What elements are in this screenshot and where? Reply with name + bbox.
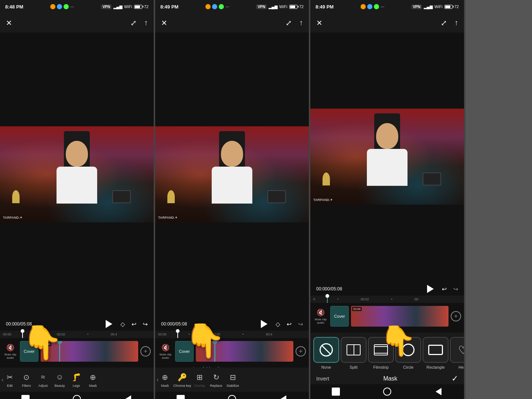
- tool-replace[interactable]: ↻ Replace: [208, 372, 225, 388]
- person-silhouette-3: TARPAND.✦: [310, 109, 464, 205]
- mask-circle-button[interactable]: [395, 337, 421, 363]
- flash-icon-2[interactable]: ◇: [276, 321, 280, 328]
- tool-items-1: ✂ Edit ⊙ Filters ≈ Adjust ☺ Beauty 🦵: [0, 368, 103, 392]
- play-button-3[interactable]: [427, 285, 435, 293]
- tool-stabilize[interactable]: ⊟ Stabilize: [225, 372, 241, 388]
- clip-thumb-2: [196, 341, 293, 362]
- nav-home-3[interactable]: [381, 386, 393, 398]
- add-clip-button-3[interactable]: +: [451, 311, 461, 321]
- tool-overlay[interactable]: ⊞ Overlay: [191, 372, 208, 388]
- mute-button-3[interactable]: 🔇 Mute clipaudio: [313, 308, 328, 324]
- tool-chroma[interactable]: 🔑 Chroma key: [173, 372, 191, 388]
- undo-button-1[interactable]: ↩: [132, 321, 136, 328]
- share-button-1[interactable]: ↑: [144, 18, 148, 27]
- mute-button-2[interactable]: 🔇 Mute clipaudio: [158, 344, 173, 359]
- mute-button-1[interactable]: 🔇 Mute clipaudio: [3, 344, 18, 359]
- redo-button-3[interactable]: ↪: [453, 286, 458, 293]
- panel-1: 8:48 PM ··· VPN ▂▄▆ WiFi 72 ✕ ⤢ ↑: [0, 0, 155, 399]
- play-button-2[interactable]: [261, 320, 269, 328]
- filmstrip-line-2: [375, 353, 387, 354]
- tool-filters-label: Filters: [22, 384, 31, 388]
- nav-back-2[interactable]: [277, 393, 289, 399]
- invert-button[interactable]: Invert: [316, 376, 329, 382]
- mask-icon: ⊕: [88, 372, 98, 382]
- time-display-1: 00:000/05:08: [6, 321, 32, 327]
- timeline-track-3: 🔇 Mute clipaudio Cover 03:06 +: [310, 303, 464, 330]
- ruler-mark-3-3: •: [391, 297, 392, 301]
- nav-stop-2[interactable]: [175, 393, 187, 399]
- tool-mask[interactable]: ⊕ Mask: [85, 372, 101, 388]
- mask-none-button[interactable]: [313, 337, 339, 363]
- ruler-mark-2: 00:02: [57, 332, 65, 336]
- clip-thumb-1: [41, 341, 138, 362]
- share-button-3[interactable]: ↑: [454, 18, 458, 27]
- bottom-toolbar-2: ‹ ⊕ Mask 🔑 Chroma key ⊞ Overlay ↻ Replac…: [155, 368, 309, 399]
- ruler-mark-0: 00:00: [3, 332, 11, 336]
- top-toolbar-3: ✕ ⤢ ↑: [310, 13, 464, 33]
- undo-button-2[interactable]: ↩: [287, 321, 291, 328]
- mask-rectangle-button[interactable]: [423, 337, 449, 363]
- confirm-button[interactable]: ✓: [451, 374, 458, 383]
- toolbar-right-2: ⤢ ↑: [286, 18, 303, 27]
- redo-button-2[interactable]: ↪: [298, 321, 303, 328]
- tool-beauty[interactable]: ☺ Beauty: [51, 372, 68, 388]
- nav-stop-1[interactable]: [20, 393, 31, 399]
- vpn-badge: VPN: [101, 4, 112, 9]
- clip-strip-3: 03:06: [351, 306, 449, 327]
- tool-adjust[interactable]: ≈ Adjust: [35, 372, 51, 388]
- timeline-ruler-1: 00:00 • 00:02 • 00:4: [0, 331, 154, 338]
- nav-home-2[interactable]: [226, 393, 238, 399]
- scroll-left-1[interactable]: ‹: [0, 376, 5, 383]
- filmstrip-icon: [374, 344, 388, 355]
- expand-button-1[interactable]: ⤢: [130, 18, 137, 27]
- body-2: [212, 167, 252, 204]
- close-button-3[interactable]: ✕: [316, 18, 323, 27]
- redo-button-1[interactable]: ↩: [143, 321, 148, 328]
- bottom-nav-1: [0, 392, 154, 399]
- replace-icon: ↻: [211, 372, 221, 382]
- nav-back-3[interactable]: [433, 386, 444, 398]
- mask-split-button[interactable]: [341, 337, 366, 363]
- ruler-marks-3: 0 • 00:02 • 00:: [313, 297, 419, 301]
- nav-back-1[interactable]: [122, 393, 134, 399]
- undo-button-3[interactable]: ↩: [442, 286, 447, 293]
- ruler-marks-1: 00:00 • 00:02 • 00:4: [3, 332, 117, 336]
- cover-button-1[interactable]: Cover: [20, 341, 38, 362]
- close-button-1[interactable]: ✕: [6, 18, 12, 27]
- battery-icon: [134, 5, 142, 9]
- status-icons-3: ···: [361, 4, 384, 9]
- cover-button-2[interactable]: Cover: [175, 341, 194, 362]
- clip-time-3: 03:06: [352, 307, 362, 311]
- mask-item-rectangle: Rectangle: [423, 337, 449, 369]
- status-more-2: ···: [225, 4, 229, 9]
- flash-icon-1[interactable]: ◇: [120, 321, 125, 328]
- close-button-2[interactable]: ✕: [161, 18, 167, 27]
- nav-stop-3[interactable]: [330, 386, 342, 398]
- play-button-1[interactable]: [106, 320, 114, 328]
- mask-item-filmstrip: Filmstrip: [368, 337, 394, 369]
- signal-icon: ▂▄▆: [113, 4, 122, 9]
- video-preview-2: TARPAND.✦: [155, 33, 309, 316]
- watermark-2: TARPAND.✦: [158, 216, 178, 219]
- mask-heart-button[interactable]: ♡: [450, 337, 466, 363]
- tool-filters[interactable]: ⊙ Filters: [18, 372, 35, 388]
- expand-button-3[interactable]: ⤢: [441, 18, 447, 27]
- add-clip-button-2[interactable]: +: [296, 346, 306, 357]
- mask-filmstrip-button[interactable]: [368, 337, 394, 363]
- time-display-3: 00:000/05:08: [316, 286, 342, 291]
- nav-home-1[interactable]: [71, 393, 83, 399]
- heart-icon: ♡: [458, 344, 466, 357]
- expand-button-2[interactable]: ⤢: [286, 18, 292, 27]
- tool-replace-label: Replace: [210, 384, 222, 388]
- head-2: [221, 141, 243, 167]
- share-button-2[interactable]: ↑: [299, 18, 303, 27]
- app-icon-green: [64, 4, 69, 9]
- cover-button-3[interactable]: Cover: [330, 306, 349, 327]
- add-clip-button-1[interactable]: +: [140, 346, 151, 357]
- video-frame-1: TARPAND.✦: [0, 126, 154, 222]
- bottom-toolbar-1: ‹ ✂ Edit ⊙ Filters ≈ Adjust ☺ Beauty: [0, 368, 154, 399]
- tool-legs[interactable]: 🦵 Legs: [68, 372, 85, 388]
- vpn-badge-2: VPN: [256, 4, 267, 9]
- filmstrip-line-1: [375, 346, 387, 347]
- scroll-left-2[interactable]: ‹: [155, 376, 160, 383]
